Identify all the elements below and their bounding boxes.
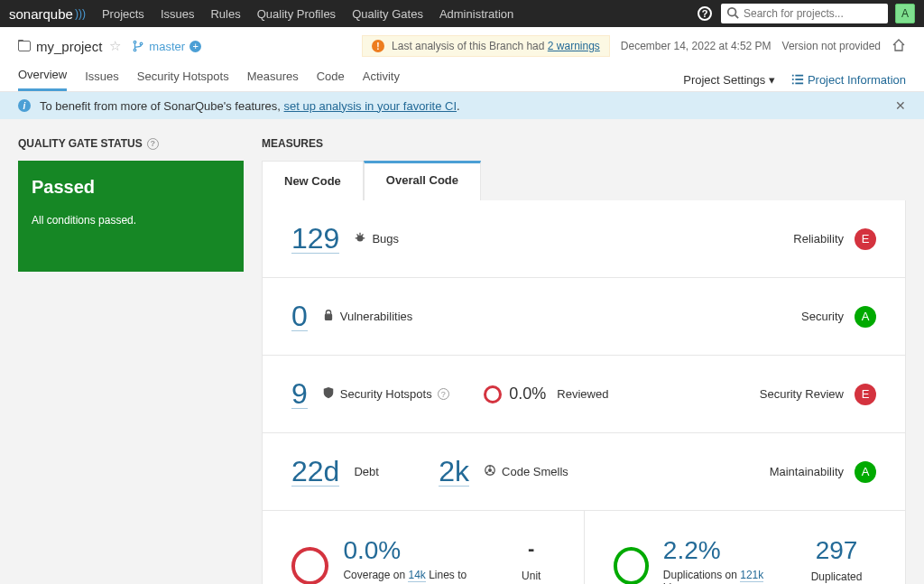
svg-point-19 <box>489 469 492 472</box>
reviewed-percent: 0.0% <box>509 385 546 403</box>
brand-logo[interactable]: sonarqube))) <box>9 6 86 22</box>
hotspots-count[interactable]: 9 <box>291 379 308 409</box>
row-coverage-duplication: 0.0% Coverage on 14k Lines to cover - Un… <box>263 511 905 584</box>
user-avatar[interactable]: A <box>895 4 915 23</box>
tab-issues[interactable]: Issues <box>85 70 119 90</box>
reliability-label: Reliability <box>793 232 844 246</box>
row-debt: 22d Debt 2k Code Smells Maintainability <box>263 433 905 511</box>
dup-lines-link[interactable]: 121k <box>740 569 763 582</box>
measures-card: 129 Bugs Reliability E 0 <box>262 200 906 584</box>
bugs-label: Bugs <box>372 232 399 246</box>
debt-value[interactable]: 22d <box>291 457 339 487</box>
analysis-warning-box: ! Last analysis of this Branch had 2 war… <box>362 35 610 57</box>
svg-rect-10 <box>795 83 803 85</box>
info-icon: i <box>18 99 31 112</box>
duplication-subtext: Duplications on 121k Lines <box>663 569 782 584</box>
code-smell-icon <box>484 464 496 479</box>
lock-icon <box>322 309 335 324</box>
svg-line-16 <box>362 235 364 236</box>
info-text: To benefit from more of SonarQube's feat… <box>40 99 284 113</box>
svg-rect-7 <box>792 79 794 80</box>
nav-rules[interactable]: Rules <box>210 7 240 21</box>
bugs-count[interactable]: 129 <box>291 224 339 254</box>
row-hotspots: 9 Security Hotspots ? 0.0% Reviewed Secu… <box>263 356 905 433</box>
security-rating-badge[interactable]: A <box>855 306 876 328</box>
tab-activity[interactable]: Activity <box>363 70 400 90</box>
nav-administration[interactable]: Administration <box>439 7 513 21</box>
global-search[interactable] <box>721 4 888 23</box>
svg-point-3 <box>134 49 137 51</box>
branch-add-icon[interactable]: + <box>189 41 201 52</box>
project-name[interactable]: my_project <box>36 39 102 54</box>
project-information-link[interactable]: Project Information <box>791 73 906 87</box>
code-smells-label: Code Smells <box>502 465 568 478</box>
close-icon[interactable]: ✕ <box>895 98 906 113</box>
duplication-percent[interactable]: 2.2% <box>663 538 721 563</box>
warning-text: Last analysis of this Branch had <box>392 40 548 52</box>
help-question-icon[interactable]: ? <box>147 138 159 150</box>
nav-quality-profiles[interactable]: Quality Profiles <box>257 7 336 21</box>
tab-code[interactable]: Code <box>317 70 345 90</box>
svg-line-15 <box>357 235 359 236</box>
hotspots-label: Security Hotspots <box>340 387 432 401</box>
project-icon <box>18 41 31 51</box>
svg-point-4 <box>141 42 143 45</box>
tab-security-hotspots[interactable]: Security Hotspots <box>137 70 229 90</box>
duplication-donut-icon <box>614 547 649 584</box>
help-icon[interactable]: ? <box>698 6 712 21</box>
tab-new-code[interactable]: New Code <box>262 161 364 200</box>
duplicated-blocks-count[interactable]: 297 <box>797 536 876 565</box>
list-icon <box>791 73 804 86</box>
measure-tabs: New Code Overall Code <box>262 161 906 200</box>
info-link[interactable]: set up analysis in your favorite CI <box>284 99 457 113</box>
help-question-icon[interactable]: ? <box>438 388 449 400</box>
bug-icon <box>354 231 366 246</box>
coverage-subtext: Coverage on 14k Lines to cover <box>343 569 494 584</box>
analysis-timestamp: December 14, 2022 at 4:52 PM <box>621 40 772 52</box>
vulnerabilities-count[interactable]: 0 <box>291 301 308 331</box>
version-label: Version not provided <box>782 40 881 52</box>
tab-overview[interactable]: Overview <box>18 68 67 91</box>
favorite-star-icon[interactable]: ☆ <box>109 38 121 54</box>
measures-section-title: MEASURES <box>262 137 906 150</box>
tab-measures[interactable]: Measures <box>247 70 299 90</box>
warning-icon: ! <box>372 40 384 52</box>
project-settings-dropdown[interactable]: Project Settings ▾ <box>683 73 775 87</box>
search-input[interactable] <box>744 7 882 20</box>
project-header: my_project ☆ master + ! Last analysis of… <box>0 27 924 92</box>
coverage-percent[interactable]: 0.0% <box>343 538 401 563</box>
nav-issues[interactable]: Issues <box>161 7 195 21</box>
maintainability-label: Maintainability <box>770 465 844 478</box>
quality-gate-section-title: QUALITY GATE STATUS ? <box>18 137 244 150</box>
svg-line-1 <box>735 14 739 18</box>
quality-gate-card: Passed All conditions passed. <box>18 161 244 272</box>
debt-label: Debt <box>354 465 378 478</box>
security-label: Security <box>801 310 844 323</box>
reviewed-label: Reviewed <box>557 387 608 401</box>
nav-quality-gates[interactable]: Quality Gates <box>352 7 423 21</box>
nav-projects[interactable]: Projects <box>102 7 144 21</box>
tab-overall-code[interactable]: Overall Code <box>364 161 481 200</box>
shield-icon <box>322 386 335 402</box>
branch-selector[interactable]: master + <box>132 40 201 53</box>
security-review-rating-badge[interactable]: E <box>855 384 876 405</box>
code-smells-count[interactable]: 2k <box>439 457 469 487</box>
warning-link[interactable]: 2 warnings <box>548 40 600 52</box>
svg-rect-9 <box>792 83 794 85</box>
svg-rect-17 <box>325 314 331 320</box>
lines-to-cover-link[interactable]: 14k <box>408 569 425 582</box>
reviewed-donut-icon <box>484 385 502 403</box>
maintainability-rating-badge[interactable]: A <box>855 461 876 483</box>
svg-rect-6 <box>795 75 803 77</box>
vulnerabilities-label: Vulnerabilities <box>340 310 412 323</box>
svg-rect-8 <box>795 79 803 80</box>
global-nav-links: Projects Issues Rules Quality Profiles Q… <box>102 7 513 21</box>
coverage-donut-icon <box>291 547 328 584</box>
branch-icon <box>132 40 144 52</box>
quality-gate-status: Passed <box>32 177 230 198</box>
quality-gate-detail: All conditions passed. <box>32 214 230 227</box>
brand-wave-icon: ))) <box>75 7 86 20</box>
reliability-rating-badge[interactable]: E <box>855 228 876 250</box>
homepage-icon[interactable] <box>892 38 906 55</box>
svg-point-0 <box>728 7 736 15</box>
